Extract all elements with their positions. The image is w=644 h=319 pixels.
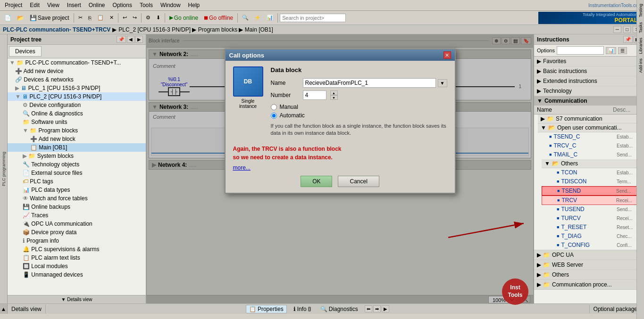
tree-item[interactable]: ➕ Add new block: [8, 135, 146, 143]
tree-item[interactable]: 📈 Traces: [8, 211, 146, 220]
tree-item[interactable]: 🔔 PLC supervisions & alarms: [8, 245, 146, 254]
go-online-button[interactable]: ▶ Go online: [167, 13, 201, 23]
tree-item[interactable]: ➕ Add new device: [8, 67, 146, 75]
status-btn-1[interactable]: ⬅: [365, 305, 372, 312]
tree-collapse-button[interactable]: ▶: [135, 36, 143, 43]
properties-tab[interactable]: 📋 Properties: [246, 305, 287, 313]
ok-button[interactable]: OK: [301, 176, 332, 187]
number-down-button[interactable]: ▼: [330, 95, 338, 100]
redo-button[interactable]: ↪: [130, 13, 139, 22]
status-btn-2[interactable]: ➡: [373, 305, 381, 312]
delete-button[interactable]: ✕: [107, 13, 116, 22]
devices-tab[interactable]: Devices: [9, 46, 42, 57]
tree-item-program-blocks[interactable]: ▼ 📁 Program blocks: [8, 126, 146, 135]
automatic-radio[interactable]: [271, 113, 277, 119]
copy-button[interactable]: ⎘: [86, 14, 94, 22]
save-button[interactable]: 💾 Save project: [27, 13, 72, 23]
tree-item-plc1[interactable]: ▶ 🖥 PLC_1 [CPU 1516-3 PN/DP]: [8, 84, 146, 92]
number-up-button[interactable]: ▲: [330, 90, 338, 95]
cut-button[interactable]: ✂: [76, 13, 85, 22]
tree-item[interactable]: 📋 PLC alarm text lists: [8, 254, 146, 262]
instr-item-t-reset[interactable]: ■ T_RESET Reset...: [542, 223, 644, 232]
tool3[interactable]: 📊: [264, 13, 276, 22]
tree-item[interactable]: 📦 Device proxy data: [8, 228, 146, 237]
tree-item[interactable]: 📱 Unmanaged devices: [8, 270, 146, 279]
instr-item-tdiscon[interactable]: ■ TDISCON Term...: [542, 177, 644, 186]
status-expand-left[interactable]: ▲: [0, 304, 8, 314]
diagnostics-tab[interactable]: 🔍 Diagnostics: [318, 305, 361, 313]
undo-button[interactable]: ↩: [120, 13, 129, 22]
menu-options[interactable]: Options: [110, 1, 135, 9]
new-button[interactable]: 📄: [2, 13, 14, 23]
instr-list-button[interactable]: ☰: [618, 47, 627, 54]
tree-item-main[interactable]: 📋 Main [OB1]: [8, 143, 146, 152]
name-input[interactable]: [303, 78, 436, 88]
tree-item[interactable]: ▼ 📁 PLC-PLC communcation- TSEND+T...: [8, 58, 146, 67]
open-button[interactable]: 📂: [15, 13, 26, 23]
vtab-tasks[interactable]: Tasks: [638, 34, 644, 35]
tree-item[interactable]: 📊 PLC data types: [8, 186, 146, 194]
tree-item[interactable]: 👁 Watch and force tables: [8, 194, 146, 203]
menu-view[interactable]: View: [44, 1, 62, 9]
section-basic-header[interactable]: ▶ Basic instructions: [534, 66, 644, 76]
tree-bottom-expand[interactable]: ▼ Details view: [61, 297, 92, 302]
instr-item-trcv-c[interactable]: ■ TRCV_C Estab...: [538, 141, 644, 150]
section-communication-header[interactable]: ▼ Communication: [534, 96, 644, 106]
instr-item-tmail-c[interactable]: ■ TMAIL_C Send...: [538, 150, 644, 159]
instr-pin-button[interactable]: 📌: [623, 36, 633, 43]
tree-item[interactable]: ⚙ Device configuration: [8, 101, 146, 109]
number-input[interactable]: [303, 90, 326, 100]
instr-item-t-config[interactable]: ■ T_CONFIG Confi...: [542, 241, 644, 250]
section-others-header[interactable]: ▶ 📁 Others: [534, 270, 644, 279]
vtab-libraries[interactable]: Libraries: [638, 36, 644, 56]
dialog-close-button[interactable]: ✕: [443, 51, 451, 59]
minimize-button[interactable]: ─: [613, 26, 621, 33]
tree-item[interactable]: 🔍 Online & diagnostics: [8, 109, 146, 118]
menu-insert[interactable]: Insert: [64, 1, 84, 9]
instr-item-tcon[interactable]: ■ TCON Estab...: [542, 168, 644, 177]
manual-label[interactable]: Manual: [280, 104, 298, 110]
menu-online[interactable]: Online: [86, 1, 108, 9]
menu-help[interactable]: Help: [185, 1, 203, 9]
more-link[interactable]: more...: [233, 164, 251, 171]
name-dropdown-button[interactable]: ▼: [438, 79, 447, 87]
s7-header[interactable]: ▶ 📁 S7 communication: [538, 115, 644, 123]
menu-window[interactable]: Window: [158, 1, 184, 9]
section-technology-header[interactable]: ▶ Technology: [534, 86, 644, 96]
instr-item-tusend[interactable]: ■ TUSEND Send...: [542, 205, 644, 214]
instr-item-tsend[interactable]: ■ TSEND Send...: [542, 186, 644, 196]
instructions-search-input[interactable]: [557, 46, 604, 55]
menu-project[interactable]: Project: [2, 1, 25, 9]
status-btn-3[interactable]: ▶: [382, 305, 389, 312]
tree-item-plc2[interactable]: ▼ 🖥 PLC_2 [CPU 1516-3 PN/DP]: [8, 92, 146, 101]
section-web-server-header[interactable]: ▶ 📁 WEB Server: [534, 260, 644, 270]
cancel-button[interactable]: Cancel: [338, 176, 379, 187]
section-favorites-header[interactable]: ▶ Favorites: [534, 57, 644, 66]
section-opc-ua-header[interactable]: ▶ 📁 OPC UA: [534, 250, 644, 260]
instr-chart-button[interactable]: 📊: [606, 47, 616, 54]
search-input[interactable]: [280, 14, 346, 22]
tool2[interactable]: ⚡: [252, 13, 263, 22]
tree-item[interactable]: 📁 Software units: [8, 118, 146, 126]
go-offline-button[interactable]: ◼ Go offline: [201, 13, 235, 23]
tree-item[interactable]: 📄 External source files: [8, 169, 146, 177]
tree-item[interactable]: 🔧 Technology objects: [8, 160, 146, 169]
paste-button[interactable]: 📋: [95, 13, 106, 22]
optional-packages-tab[interactable]: Optional packages: [589, 305, 644, 313]
instr-item-trcv[interactable]: ■ TRCV Recei...: [542, 196, 644, 205]
maximize-button[interactable]: □: [623, 26, 631, 33]
tree-item[interactable]: 🔗 Devices & networks: [8, 75, 146, 84]
tree-item[interactable]: 🏷 PLC tags: [8, 177, 146, 186]
ouc-header[interactable]: ▼ 📂 Open user communicati...: [538, 123, 644, 132]
menu-edit[interactable]: Edit: [27, 1, 42, 9]
others-header[interactable]: ▼ 📂 Others: [542, 159, 644, 168]
section-extended-header[interactable]: ▶ Extended instructions: [534, 76, 644, 86]
instr-item-tsend-c[interactable]: ■ TSEND_C Estab...: [538, 132, 644, 141]
tree-pin-button[interactable]: 📌: [117, 36, 126, 43]
tree-item[interactable]: 💾 Online backups: [8, 203, 146, 211]
menu-tools[interactable]: Tools: [137, 1, 156, 9]
details-view-tab[interactable]: Details view: [8, 305, 46, 313]
download-button[interactable]: ⬇: [154, 13, 163, 22]
tool1[interactable]: 🔍: [240, 13, 251, 22]
tree-item[interactable]: ℹ Program info: [8, 237, 146, 245]
